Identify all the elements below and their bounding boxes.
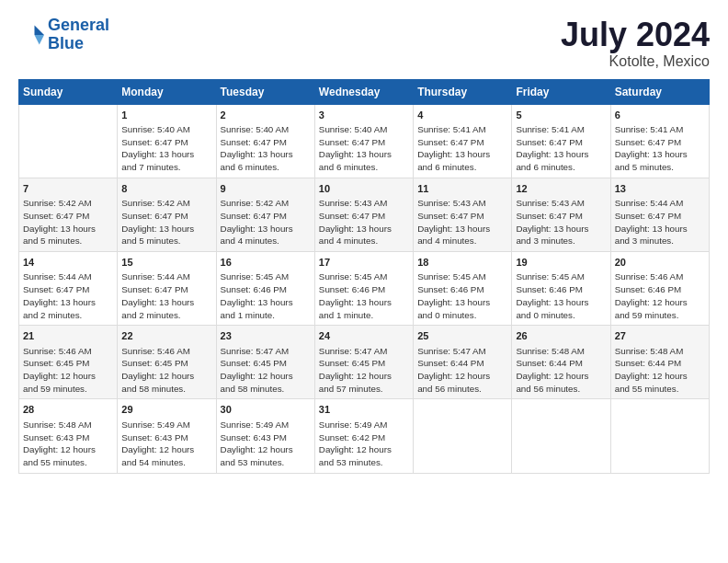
day-info: Sunrise: 5:42 AM Sunset: 6:47 PM Dayligh…: [23, 197, 113, 247]
day-number: 30: [221, 403, 311, 417]
calendar-cell: 10Sunrise: 5:43 AM Sunset: 6:47 PM Dayli…: [314, 178, 413, 251]
day-number: 31: [319, 403, 409, 417]
calendar-cell: 26Sunrise: 5:48 AM Sunset: 6:44 PM Dayli…: [512, 326, 610, 399]
day-info: Sunrise: 5:43 AM Sunset: 6:47 PM Dayligh…: [516, 197, 606, 247]
day-number: 10: [319, 182, 409, 196]
day-info: Sunrise: 5:48 AM Sunset: 6:43 PM Dayligh…: [23, 419, 113, 469]
calendar-cell: 31Sunrise: 5:49 AM Sunset: 6:42 PM Dayli…: [314, 399, 413, 473]
calendar-cell: 25Sunrise: 5:47 AM Sunset: 6:44 PM Dayli…: [414, 326, 512, 399]
calendar-cell: 1Sunrise: 5:40 AM Sunset: 6:47 PM Daylig…: [118, 104, 216, 178]
day-number: 11: [417, 182, 507, 196]
day-info: Sunrise: 5:40 AM Sunset: 6:47 PM Dayligh…: [319, 123, 409, 174]
day-info: Sunrise: 5:47 AM Sunset: 6:45 PM Dayligh…: [221, 345, 311, 396]
day-info: Sunrise: 5:45 AM Sunset: 6:46 PM Dayligh…: [516, 270, 606, 321]
day-info: Sunrise: 5:48 AM Sunset: 6:44 PM Dayligh…: [615, 345, 705, 396]
day-number: 19: [516, 256, 606, 270]
calendar-cell: 4Sunrise: 5:41 AM Sunset: 6:47 PM Daylig…: [414, 104, 512, 178]
day-info: Sunrise: 5:45 AM Sunset: 6:46 PM Dayligh…: [221, 270, 311, 321]
calendar-cell: 20Sunrise: 5:46 AM Sunset: 6:46 PM Dayli…: [610, 252, 709, 326]
week-row-3: 21Sunrise: 5:46 AM Sunset: 6:45 PM Dayli…: [19, 326, 710, 399]
day-info: Sunrise: 5:47 AM Sunset: 6:44 PM Dayligh…: [417, 345, 507, 396]
day-number: 25: [417, 329, 507, 343]
header-sunday: Sunday: [19, 79, 118, 104]
calendar-cell: 28Sunrise: 5:48 AM Sunset: 6:43 PM Dayli…: [19, 399, 118, 473]
calendar-cell: 19Sunrise: 5:45 AM Sunset: 6:46 PM Dayli…: [512, 252, 610, 326]
day-info: Sunrise: 5:41 AM Sunset: 6:47 PM Dayligh…: [516, 123, 606, 174]
day-info: Sunrise: 5:42 AM Sunset: 6:47 PM Dayligh…: [121, 197, 211, 247]
main-title: July 2024: [561, 17, 710, 53]
header-wednesday: Wednesday: [314, 79, 413, 104]
day-info: Sunrise: 5:43 AM Sunset: 6:47 PM Dayligh…: [417, 197, 507, 247]
calendar-cell: 8Sunrise: 5:42 AM Sunset: 6:47 PM Daylig…: [118, 178, 216, 251]
day-number: 6: [615, 109, 705, 122]
week-row-0: 1Sunrise: 5:40 AM Sunset: 6:47 PM Daylig…: [19, 104, 710, 178]
calendar-cell: 11Sunrise: 5:43 AM Sunset: 6:47 PM Dayli…: [414, 178, 512, 251]
day-number: 14: [23, 256, 113, 270]
calendar-cell: 27Sunrise: 5:48 AM Sunset: 6:44 PM Dayli…: [610, 326, 709, 399]
calendar-cell: [512, 399, 610, 473]
calendar-cell: 18Sunrise: 5:45 AM Sunset: 6:46 PM Dayli…: [414, 252, 512, 326]
day-info: Sunrise: 5:41 AM Sunset: 6:47 PM Dayligh…: [417, 123, 507, 174]
day-number: 27: [615, 329, 705, 343]
logo-line2: Blue: [48, 34, 84, 52]
day-info: Sunrise: 5:46 AM Sunset: 6:45 PM Dayligh…: [121, 345, 211, 396]
calendar-cell: 24Sunrise: 5:47 AM Sunset: 6:45 PM Dayli…: [314, 326, 413, 399]
day-number: 18: [417, 256, 507, 270]
day-number: 5: [516, 109, 606, 122]
day-info: Sunrise: 5:47 AM Sunset: 6:45 PM Dayligh…: [319, 345, 409, 396]
svg-marker-0: [35, 25, 45, 35]
svg-marker-1: [35, 35, 45, 45]
calendar-cell: 13Sunrise: 5:44 AM Sunset: 6:47 PM Dayli…: [610, 178, 709, 251]
day-info: Sunrise: 5:46 AM Sunset: 6:46 PM Dayligh…: [615, 270, 705, 321]
day-info: Sunrise: 5:44 AM Sunset: 6:47 PM Dayligh…: [121, 270, 211, 321]
day-info: Sunrise: 5:49 AM Sunset: 6:43 PM Dayligh…: [121, 419, 211, 469]
day-info: Sunrise: 5:44 AM Sunset: 6:47 PM Dayligh…: [615, 197, 705, 247]
day-number: 13: [615, 182, 705, 196]
calendar-cell: 2Sunrise: 5:40 AM Sunset: 6:47 PM Daylig…: [216, 104, 314, 178]
day-number: 7: [23, 182, 113, 196]
calendar-cell: 3Sunrise: 5:40 AM Sunset: 6:47 PM Daylig…: [314, 104, 413, 178]
header-monday: Monday: [118, 79, 216, 104]
calendar-cell: [19, 104, 118, 178]
page: General Blue July 2024 Kotolte, Mexico S…: [0, 0, 728, 483]
logo-line1: General: [48, 16, 109, 34]
week-row-4: 28Sunrise: 5:48 AM Sunset: 6:43 PM Dayli…: [19, 399, 710, 473]
calendar-cell: 7Sunrise: 5:42 AM Sunset: 6:47 PM Daylig…: [19, 178, 118, 251]
day-number: 3: [319, 109, 409, 122]
calendar-cell: 22Sunrise: 5:46 AM Sunset: 6:45 PM Dayli…: [118, 326, 216, 399]
title-block: July 2024 Kotolte, Mexico: [561, 17, 710, 70]
logo-icon: [18, 22, 44, 48]
day-info: Sunrise: 5:46 AM Sunset: 6:45 PM Dayligh…: [23, 345, 113, 396]
calendar-table: SundayMondayTuesdayWednesdayThursdayFrid…: [18, 79, 710, 474]
logo-text: General Blue: [48, 17, 109, 53]
calendar-cell: 17Sunrise: 5:45 AM Sunset: 6:46 PM Dayli…: [314, 252, 413, 326]
calendar-cell: 14Sunrise: 5:44 AM Sunset: 6:47 PM Dayli…: [19, 252, 118, 326]
day-info: Sunrise: 5:44 AM Sunset: 6:47 PM Dayligh…: [23, 270, 113, 321]
calendar-cell: 16Sunrise: 5:45 AM Sunset: 6:46 PM Dayli…: [216, 252, 314, 326]
day-number: 24: [319, 329, 409, 343]
header: General Blue July 2024 Kotolte, Mexico: [18, 17, 710, 70]
day-number: 4: [417, 109, 507, 122]
day-info: Sunrise: 5:43 AM Sunset: 6:47 PM Dayligh…: [319, 197, 409, 247]
logo: General Blue: [18, 17, 109, 53]
day-info: Sunrise: 5:40 AM Sunset: 6:47 PM Dayligh…: [221, 123, 311, 174]
day-info: Sunrise: 5:45 AM Sunset: 6:46 PM Dayligh…: [417, 270, 507, 321]
day-number: 21: [23, 329, 113, 343]
day-info: Sunrise: 5:41 AM Sunset: 6:47 PM Dayligh…: [615, 123, 705, 174]
calendar-cell: 21Sunrise: 5:46 AM Sunset: 6:45 PM Dayli…: [19, 326, 118, 399]
day-info: Sunrise: 5:42 AM Sunset: 6:47 PM Dayligh…: [221, 197, 311, 247]
calendar-cell: 12Sunrise: 5:43 AM Sunset: 6:47 PM Dayli…: [512, 178, 610, 251]
header-thursday: Thursday: [414, 79, 512, 104]
calendar-cell: [414, 399, 512, 473]
calendar-cell: 9Sunrise: 5:42 AM Sunset: 6:47 PM Daylig…: [216, 178, 314, 251]
calendar-cell: 23Sunrise: 5:47 AM Sunset: 6:45 PM Dayli…: [216, 326, 314, 399]
day-number: 29: [121, 403, 211, 417]
calendar-cell: 29Sunrise: 5:49 AM Sunset: 6:43 PM Dayli…: [118, 399, 216, 473]
subtitle: Kotolte, Mexico: [561, 53, 710, 70]
day-info: Sunrise: 5:48 AM Sunset: 6:44 PM Dayligh…: [516, 345, 606, 396]
header-tuesday: Tuesday: [216, 79, 314, 104]
header-friday: Friday: [512, 79, 610, 104]
day-info: Sunrise: 5:45 AM Sunset: 6:46 PM Dayligh…: [319, 270, 409, 321]
day-number: 22: [121, 329, 211, 343]
calendar-cell: 5Sunrise: 5:41 AM Sunset: 6:47 PM Daylig…: [512, 104, 610, 178]
